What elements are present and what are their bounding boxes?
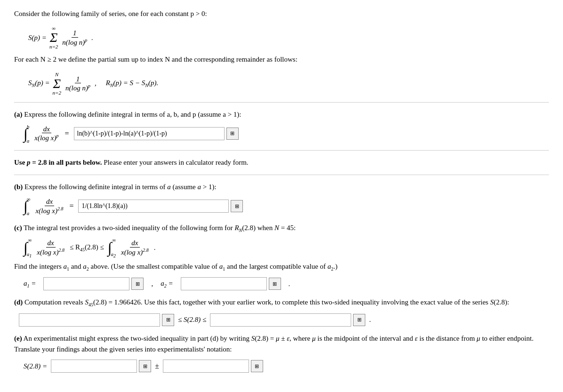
pm-label: ±	[155, 362, 159, 370]
part-c-heading: (c) The integral test provides a two-sid…	[14, 223, 549, 234]
part-e-section: (e) An experimentalist might express the…	[14, 333, 549, 373]
part-a-icon-btn[interactable]: ⊞	[226, 128, 239, 140]
partial-sum-formula: SN(p) = N Σ n=2 1 n(log n)p , RN(p) = S …	[28, 72, 549, 96]
part-d-section: (d) Computation reveals S45(2.8) = 1.966…	[14, 297, 549, 327]
part-b-integral: ∫ ∞ a dx x(log x)2.8	[24, 196, 64, 216]
a1-answer-group[interactable]: ⊞	[43, 277, 144, 290]
part-d-label: (d)	[14, 298, 23, 306]
term-numerator: 1	[72, 29, 78, 38]
int-limits-c1: ∞ a1	[27, 237, 32, 258]
integrand-num-b: dx	[45, 198, 54, 206]
sigma-char: Σ	[50, 31, 58, 44]
part-c-inputs-row: a1 = ⊞ , a2 = ⊞ .	[24, 277, 549, 290]
a2-icon-btn[interactable]: ⊞	[269, 278, 281, 290]
part-c-section: (c) The integral test provides a two-sid…	[14, 223, 549, 290]
intro-section: Consider the following family of series,…	[14, 8, 549, 19]
integrand-num-a: dx	[42, 125, 51, 134]
partial-sum-lower: n=2	[53, 90, 61, 96]
part-d-lower-icon[interactable]: ⊞	[162, 314, 174, 326]
partial-sum-label: SN(p) =	[28, 79, 50, 88]
a1-comma: ,	[151, 280, 153, 288]
int-lower-b: a	[27, 210, 30, 216]
a1-icon-btn[interactable]: ⊞	[131, 278, 144, 290]
a2-answer-group[interactable]: ⊞	[181, 277, 281, 290]
part-e-heading: (e) An experimentalist might express the…	[14, 333, 549, 355]
eq-sign-a: =	[65, 129, 69, 138]
int-upper-a: b	[27, 124, 30, 129]
part-c-left-integral: ∫ ∞ a1 dx x(log x)2.8	[24, 237, 66, 258]
part-d-lower-input[interactable]	[19, 313, 160, 327]
part-c-right-integral: ∫ ∞ a2 dx x(log x)2.8	[108, 237, 150, 258]
part-e-text: An experimentalist might express the two…	[14, 335, 533, 353]
part-a-answer-group[interactable]: ⊞	[74, 127, 239, 140]
part-b-label: (b)	[14, 183, 23, 191]
term-denominator: n(log n)p	[61, 38, 88, 47]
int-limits-a: b a	[27, 124, 30, 144]
partial-num: 1	[75, 75, 81, 84]
a1-input[interactable]	[43, 277, 129, 290]
sum-lower: n=2	[49, 44, 58, 49]
p-sup-a: p	[56, 133, 59, 138]
part-b-input[interactable]	[78, 200, 229, 213]
part-a-eq-row: ∫ b a dx x(log x)p = ⊞	[24, 124, 549, 144]
part-b-icon-btn[interactable]: ⊞	[231, 200, 243, 212]
partial-sigma-char: Σ	[53, 77, 61, 90]
integrand-den-a: x(log x)p	[33, 133, 60, 142]
integrand-num-c1: dx	[46, 239, 56, 248]
part-e-mu-icon[interactable]: ⊞	[139, 360, 151, 372]
exp-b: 2.8	[57, 206, 64, 211]
part-b-section: (b) Express the following definite integ…	[14, 182, 549, 216]
part-e-eps-group[interactable]: ⊞	[163, 360, 263, 373]
leq-s28-text: ≤ S(2.8) ≤	[178, 316, 206, 324]
part-b-heading: (b) Express the following definite integ…	[14, 182, 549, 192]
part-a-input[interactable]	[74, 127, 225, 140]
part-b-text: Express the following definite integral …	[24, 183, 217, 191]
part-e-label: (e)	[14, 335, 22, 342]
part-b-answer-group[interactable]: ⊞	[78, 200, 243, 213]
leq-sign-1: ≤ R45(2.8) ≤	[70, 243, 104, 252]
p-superscript: p	[85, 38, 87, 43]
int-upper-c2: ∞	[112, 237, 116, 243]
series-term: 1 n(log n)p	[61, 29, 88, 46]
integrand-den-b: x(log x)2.8	[34, 206, 65, 215]
part-d-lower-group[interactable]: ⊞	[19, 313, 174, 327]
part-d-period: .	[369, 316, 371, 324]
series-label: S(p) =	[28, 34, 47, 42]
a2-label-text: a2 =	[161, 280, 173, 288]
part-c-text: The integral test provides a two-sided i…	[24, 224, 296, 232]
integrand-den-c1: x(log x)2.8	[35, 248, 66, 256]
part-e-eps-icon[interactable]: ⊞	[251, 360, 263, 372]
use-p-section: Use p = 2.8 in all parts below. Please e…	[14, 157, 549, 168]
part-e-answer-row: S(2.8) = ⊞ ± ⊞	[24, 360, 549, 373]
period-c: .	[154, 244, 156, 252]
integrand-c1: dx x(log x)2.8	[35, 239, 66, 256]
part-d-upper-group[interactable]: ⊞	[210, 313, 365, 327]
integrand-den-c2: x(log x)2.8	[120, 248, 150, 256]
p-sup-partial: p	[88, 83, 90, 88]
part-e-mu-input[interactable]	[51, 360, 137, 373]
s28-label-text: S(2.8) =	[24, 362, 47, 370]
part-c-find-text: Find the integers a1 and a2 above. (Use …	[14, 261, 549, 273]
remainder-expr: RN(p) = S − SN(p).	[106, 79, 159, 88]
divider-1	[14, 102, 549, 103]
partial-term: 1 n(log n)p	[64, 75, 92, 92]
part-a-label: (a)	[14, 111, 23, 118]
partial-den: n(log n)p	[64, 83, 92, 92]
part-e-eps-input[interactable]	[163, 360, 249, 373]
part-d-upper-icon[interactable]: ⊞	[353, 314, 365, 326]
series-dot: .	[91, 34, 93, 42]
integrand-num-c2: dx	[130, 239, 139, 248]
partial-sum-intro: For each N ≥ 2 we define the partial sum…	[14, 54, 549, 65]
partial-sum-intro-text: For each N ≥ 2 we define the partial sum…	[14, 54, 549, 65]
part-a-section: (a) Express the following definite integ…	[14, 109, 549, 144]
exp-c1: 2.8	[59, 248, 65, 253]
integrand-c2: dx x(log x)2.8	[120, 239, 150, 256]
part-e-mu-group[interactable]: ⊞	[51, 360, 151, 373]
divider-3	[14, 175, 549, 175]
series-formula: S(p) = ∞ Σ n=2 1 n(log n)p .	[28, 26, 549, 49]
part-b-eq-row: ∫ ∞ a dx x(log x)2.8 = ⊞	[24, 196, 549, 216]
eq-sign-b: =	[69, 202, 73, 210]
partial-sigma: N Σ n=2	[53, 72, 61, 96]
a2-input[interactable]	[181, 277, 267, 290]
part-d-upper-input[interactable]	[210, 313, 351, 327]
